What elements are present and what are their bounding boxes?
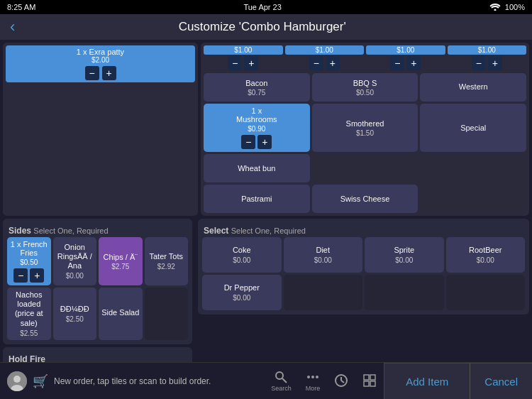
back-button[interactable]: ‹ [10,19,15,35]
right-column: Select Select One, Required Coke $0.00 D… [195,216,532,362]
svg-line-11 [341,381,344,383]
mod-smothered-price: $1.50 [356,129,374,137]
stepper-4-plus[interactable]: + [488,56,502,70]
mod-bbq[interactable]: BBQ S $0.50 [312,73,419,102]
or-label: Onion RingsÄÄ / Ana [56,243,94,271]
ff-plus[interactable]: + [30,268,44,283]
cancel-button[interactable]: Cancel [470,363,532,399]
hold-fire-header: Hold Fire [7,351,188,362]
select-dr-pepper[interactable]: Dr Pepper $0.00 [202,275,282,310]
avatar [7,371,27,391]
side-chips[interactable]: Chips / Ä¨ $2.75 [99,237,143,285]
sides-subtitle: Select One, Required [33,226,108,235]
mod-swiss-cheese[interactable]: Swiss Cheese [312,185,419,213]
drpepper-price: $0.00 [233,294,250,302]
select-diet[interactable]: Diet $0.00 [284,237,363,273]
stepper-3-minus[interactable]: − [390,56,404,70]
coke-label: Coke [233,246,251,254]
stepper-2: − + [285,56,365,70]
stepper-2-minus[interactable]: − [309,56,323,70]
patty-count-label: 1 x Exra patty [10,48,191,56]
select-coke[interactable]: Coke $0.00 [202,237,282,273]
ff-label: 1 x French Fries [10,240,48,257]
page-layout: 1 x Exra patty $2.00 − + $1.00 $1.00 $1.… [0,40,532,362]
status-bar: 8:25 AM Tue Apr 23 100% [0,0,532,14]
more-icon [306,370,320,384]
mushrooms-minus[interactable]: − [241,135,255,149]
stepper-4: − + [448,56,527,70]
add-item-button[interactable]: Add Item [384,363,470,399]
svg-point-2 [13,376,21,383]
select-rootbeer[interactable]: RootBeer $0.00 [446,237,526,273]
mod-smothered[interactable]: Smothered $1.50 [312,104,419,152]
wifi-icon [489,4,501,11]
mushrooms-plus[interactable]: + [257,135,272,149]
status-date: Tue Apr 23 [243,3,281,11]
side-nachos[interactable]: Nachos loaded (price at sale) $2.55 [7,288,51,340]
or-price: $0.00 [66,272,84,280]
mod-wheat-bun[interactable]: Wheat bun [204,154,310,182]
mod-western[interactable]: Western [420,73,526,102]
page-header: ‹ Customize 'Combo Hamburger' [0,14,532,40]
mod-bacon-price: $0.75 [248,89,265,97]
left-top-mod: 1 x Exra patty $2.00 − + [3,43,198,216]
mod-bbq-price: $0.50 [356,89,374,97]
clock-nav-item[interactable] [334,373,348,388]
search-nav-item[interactable]: Search [271,370,292,392]
tt-label: Tater Tots [150,252,184,261]
grid-nav-item[interactable] [362,373,377,388]
patty-price: $2.00 [10,56,191,64]
battery-text: 100% [505,3,525,11]
tt-price: $2.92 [157,263,175,270]
stepper-2-plus[interactable]: + [326,56,340,70]
stepper-3-plus[interactable]: + [406,56,421,70]
bottom-split: Sides Select One, Required 1 x French Fr… [0,216,532,362]
more-nav-item[interactable]: More [306,370,321,392]
select-subtitle: Select One, Required [231,226,306,235]
stepper-4-minus[interactable]: − [472,56,486,70]
right-top-mods: $1.00 $1.00 $1.00 $1.00 − + − + [201,43,529,216]
mod-western-label: Western [459,82,488,91]
mod-pastrami[interactable]: Pastrami [204,185,310,213]
select-title: Select [204,226,228,236]
status-text: New order, tap tiles or scan to build or… [54,376,211,386]
mod-pastrami-label: Pastrami [241,195,272,203]
mod-mushrooms-price: $0.90 [248,125,265,133]
mod-bacon-label: Bacon [245,79,267,87]
mod-price-2: $1.00 [285,45,365,55]
side-tater-tots[interactable]: Tater Tots $2.92 [145,237,189,285]
patty-plus-btn[interactable]: + [102,66,116,80]
mod-bacon[interactable]: Bacon $0.75 [204,73,310,102]
sprite-label: Sprite [394,246,414,254]
nav-icons: Search More [264,363,384,399]
sc-price: $2.50 [66,315,84,323]
mod-empty-1 [312,154,419,182]
side-special-chars[interactable]: ÐÐ¼ÐÐ $2.50 [53,288,97,340]
left-column: Sides Select One, Required 1 x French Fr… [0,216,195,362]
select-sprite[interactable]: Sprite $0.00 [365,237,444,273]
cart-icon: 🛒 [33,373,48,389]
more-nav-label: More [306,385,321,392]
stepper-3: − + [366,56,445,70]
ff-minus[interactable]: − [13,268,28,283]
mod-wheat-bun-label: Wheat bun [238,164,275,173]
side-onion-rings[interactable]: Onion RingsÄÄ / Ana $0.00 [53,237,97,285]
selected-patty-tile[interactable]: 1 x Exra patty $2.00 − + [6,45,195,82]
side-french-fries[interactable]: 1 x French Fries $0.50 − + [7,237,51,285]
search-nav-label: Search [271,385,292,392]
side-empty [145,288,189,340]
svg-rect-14 [364,381,369,386]
diet-price: $0.00 [314,256,332,264]
patty-minus-btn[interactable]: − [85,66,99,80]
top-stepper-area: 1 x Exra patty $2.00 − + $1.00 $1.00 $1.… [0,40,532,216]
side-salad[interactable]: Side Salad [99,288,143,340]
salad-label: Side Salad [101,308,139,317]
stepper-1-plus[interactable]: + [244,56,258,70]
select-empty-1 [284,275,363,310]
nachos-price: $2.55 [20,329,38,337]
svg-point-6 [307,376,310,378]
mod-mushrooms[interactable]: 1 xMushrooms $0.90 − + [204,104,310,152]
stepper-1-minus[interactable]: − [228,56,242,70]
svg-rect-12 [364,375,369,380]
mod-special[interactable]: Special [420,104,526,152]
